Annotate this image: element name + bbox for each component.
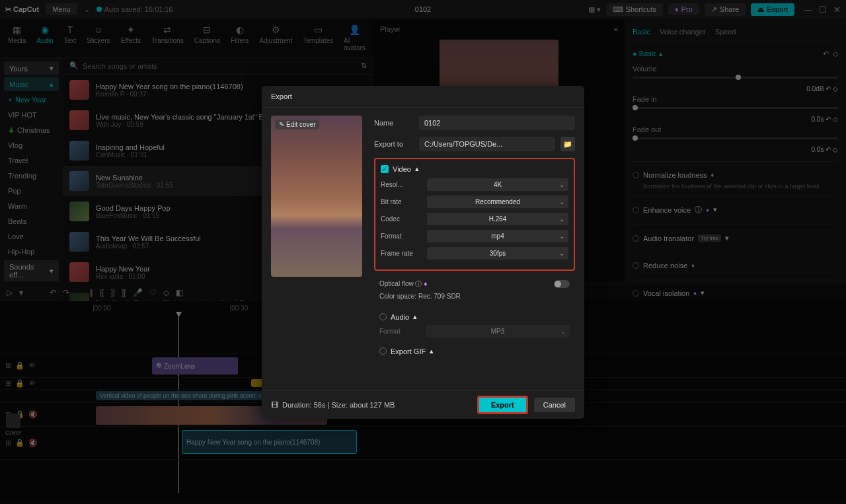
edit-cover-label: Edit cover xyxy=(286,121,315,128)
resolution-select[interactable]: 4K xyxy=(427,178,568,191)
audio-checkbox[interactable] xyxy=(379,313,387,320)
duration-text: Duration: 56s | Size: about 127 MB xyxy=(282,401,395,409)
codec-select[interactable]: H.264 xyxy=(427,213,568,225)
name-input[interactable] xyxy=(419,116,575,130)
framerate-select[interactable]: 30fps xyxy=(427,247,568,260)
format-select[interactable]: mp4 xyxy=(427,230,568,242)
codec-label: Codec xyxy=(381,215,422,223)
gif-checkbox[interactable] xyxy=(379,347,387,355)
optflow-toggle[interactable] xyxy=(554,280,570,288)
info-icon[interactable]: ⓘ xyxy=(415,280,422,287)
gif-header[interactable]: Export GIF▴ xyxy=(374,343,575,359)
format-label: Format xyxy=(381,233,422,240)
video-label: Video xyxy=(393,165,411,173)
video-checkbox[interactable]: ✓ xyxy=(381,165,389,173)
exportto-input[interactable] xyxy=(419,137,555,151)
frame-label: Frame rate xyxy=(381,250,422,257)
audio-label: Audio xyxy=(391,313,409,321)
chevron-up-icon: ▴ xyxy=(430,347,434,355)
cancel-button[interactable]: Cancel xyxy=(534,398,575,412)
bitrate-label: Bit rate xyxy=(381,198,422,205)
name-label: Name xyxy=(374,119,414,127)
folder-icon[interactable]: 📁 xyxy=(560,137,575,151)
export-cover-preview: ✎ Edit cover xyxy=(271,116,362,277)
modal-title: Export xyxy=(262,86,584,108)
edit-cover-button[interactable]: ✎ Edit cover xyxy=(275,120,319,129)
gem-icon: ♦ xyxy=(424,280,427,287)
resol-label: Resol... xyxy=(381,181,422,188)
audio-header[interactable]: Audio▴ xyxy=(374,308,575,325)
film-icon: 🎞 xyxy=(271,401,278,409)
optflow-label: Optical flow xyxy=(379,280,414,287)
aformat-label: Format xyxy=(379,328,420,335)
exportto-label: Export to xyxy=(374,140,414,148)
colorspace-label: Color space: Rec. 709 SDR xyxy=(374,291,575,302)
duration-info: 🎞Duration: 56s | Size: about 127 MB xyxy=(271,401,395,409)
bitrate-select[interactable]: Recommended xyxy=(427,196,568,208)
export-button[interactable]: Export xyxy=(478,396,527,414)
video-settings-group: ✓Video▴ Resol...4K Bit rateRecommended C… xyxy=(374,158,575,271)
audio-format-select: MP3 xyxy=(426,325,570,338)
chevron-up-icon: ▴ xyxy=(413,312,417,321)
export-modal: Export ✎ Edit cover Name Export to📁 ✓Vid… xyxy=(262,86,584,419)
gif-label: Export GIF xyxy=(391,347,426,355)
optical-flow-row: Optical flow ⓘ ♦ xyxy=(374,277,575,291)
video-header[interactable]: ✓Video▴ xyxy=(381,164,568,173)
modal-footer: 🎞Duration: 56s | Size: about 127 MB Expo… xyxy=(262,390,584,419)
chevron-up-icon: ▴ xyxy=(415,164,419,173)
